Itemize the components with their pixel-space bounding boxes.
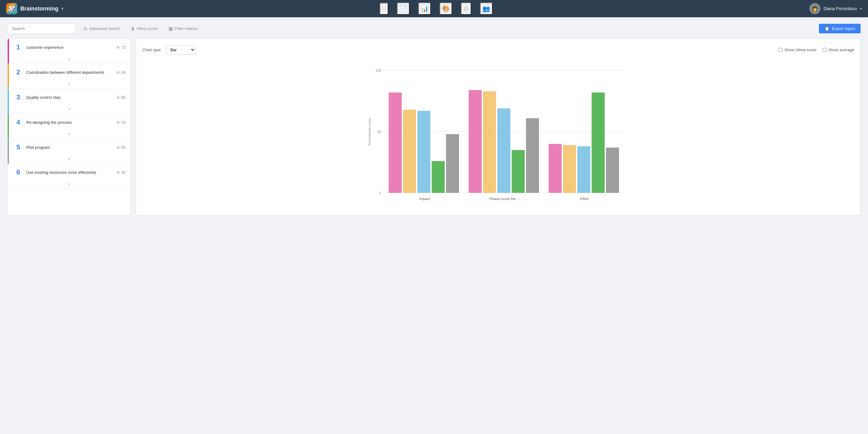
palette-nav-button[interactable]: 🎨 [439, 2, 452, 15]
bar [592, 93, 605, 193]
score-icon: ⊕ [116, 45, 120, 50]
idea-item: 2 Coordination between different departm… [8, 64, 130, 89]
brand-name: Brainstorming [20, 5, 58, 12]
idea-expand-chevron[interactable]: ∨ [8, 130, 130, 138]
chart-options: Show Viima score Show average [778, 48, 854, 52]
avatar: 👩 [809, 3, 820, 14]
chart-container: 050100Normalized scoreImpactPlease score… [142, 61, 854, 209]
brand[interactable]: 🎲 Brainstorming ▾ [6, 3, 63, 14]
idea-expand-chevron[interactable]: ∨ [8, 181, 130, 189]
score-icon: ⊕ [116, 70, 120, 75]
bar [563, 145, 576, 193]
idea-number: 4 [14, 118, 23, 126]
idea-score: ⊕ 50 [116, 145, 126, 150]
chart-header: Chart type Bar Line Radar Show Viima sco… [142, 45, 854, 55]
bar [549, 144, 561, 193]
idea-item: 6 Use existing resources more effectivel… [8, 164, 130, 189]
chart-x-label: Effort [580, 197, 589, 200]
idea-color-bar [8, 164, 9, 189]
idea-color-bar [8, 39, 9, 64]
svg-text:Normalized score: Normalized score [368, 118, 371, 145]
idea-item: 3 Quality control step ⊕ 60 ∨ [8, 89, 130, 114]
bar [417, 111, 430, 193]
score-icon: ⊕ [116, 95, 120, 100]
viima-score-label: Viima score [136, 26, 157, 31]
idea-expand-chevron[interactable]: ∨ [8, 156, 130, 164]
idea-number: 1 [14, 43, 23, 51]
score-icon: ⊕ [116, 145, 120, 150]
bar [577, 146, 590, 193]
idea-title: Quality control step [26, 95, 113, 100]
bar [403, 110, 416, 193]
body-layout: 1 customer experience ⊕ 73 ∨ 2 Coordinat… [7, 39, 861, 215]
idea-item: 5 Pilot program ⊕ 50 ∨ [8, 139, 130, 164]
svg-text:100: 100 [375, 68, 381, 72]
idea-score: ⊕ 40 [116, 170, 126, 175]
idea-number: 2 [14, 68, 23, 76]
export-label: Export report [832, 26, 855, 31]
chart-type-select[interactable]: Bar Line Radar [166, 45, 195, 55]
idea-color-bar [8, 139, 9, 164]
ideas-panel: 1 customer experience ⊕ 73 ∨ 2 Coordinat… [7, 39, 131, 215]
filter-metrics-icon: ▦ [168, 26, 173, 31]
advanced-search-button[interactable]: ⊙ Advanced search [80, 24, 123, 33]
idea-score: ⊕ 53 [116, 120, 126, 125]
bar [432, 161, 444, 193]
idea-expand-chevron[interactable]: ∨ [8, 56, 130, 64]
bar [483, 91, 496, 193]
viima-score-check[interactable] [778, 48, 782, 52]
idea-row[interactable]: 5 Pilot program ⊕ 50 [8, 139, 130, 156]
viima-score-icon: ⧗ [131, 26, 134, 31]
score-icon: ⊕ [116, 120, 120, 125]
idea-row[interactable]: 6 Use existing resources more effectivel… [8, 164, 130, 181]
filter-metrics-button[interactable]: ▦ Filter metrics [165, 24, 200, 33]
search-input[interactable] [7, 24, 75, 34]
idea-title: Pilot program [26, 145, 113, 150]
idea-row[interactable]: 3 Quality control step ⊕ 60 [8, 89, 130, 105]
idea-item: 4 Re-designing the process ⊕ 53 ∨ [8, 114, 130, 139]
nav-icons: ⌂ 📄 📊 🎨 ⚙ 👥 [71, 2, 802, 15]
users-nav-button[interactable]: 👥 [480, 2, 493, 15]
username: Diana Porumboiu [824, 6, 857, 11]
bar [606, 148, 619, 193]
chart-x-label: Please score the ... [489, 197, 520, 200]
bar [389, 93, 402, 193]
advanced-search-label: Advanced search [89, 26, 120, 31]
idea-expand-chevron[interactable]: ∨ [8, 105, 130, 114]
chart-nav-button[interactable]: 📊 [418, 2, 431, 15]
idea-title: Re-designing the process [26, 120, 113, 125]
idea-row[interactable]: 2 Coordination between different departm… [8, 64, 130, 81]
export-report-button[interactable]: 📋 Export report [819, 24, 861, 33]
idea-score: ⊕ 73 [116, 45, 126, 50]
idea-row[interactable]: 1 customer experience ⊕ 73 [8, 39, 130, 56]
file-nav-button[interactable]: 📄 [397, 2, 410, 15]
navbar: 🎲 Brainstorming ▾ ⌂ 📄 📊 🎨 ⚙ 👥 👩 Diana Po… [0, 0, 868, 17]
chart-panel: Chart type Bar Line Radar Show Viima sco… [136, 39, 861, 215]
idea-title: Coordination between different departmen… [26, 70, 113, 75]
brand-chevron-icon: ▾ [61, 6, 63, 11]
settings-nav-button[interactable]: ⚙ [461, 2, 471, 15]
user-chevron-icon: ▾ [860, 6, 862, 11]
filter-metrics-label: Filter metrics [175, 26, 197, 31]
idea-expand-chevron[interactable]: ∨ [8, 81, 130, 89]
idea-title: Use existing resources more effectively. [26, 170, 113, 175]
user-menu[interactable]: 👩 Diana Porumboiu ▾ [809, 3, 862, 14]
viima-score-button[interactable]: ⧗ Viima score [128, 24, 160, 33]
home-nav-button[interactable]: ⌂ [380, 3, 388, 15]
show-viima-score-label: Show Viima score [784, 48, 816, 52]
idea-number: 3 [14, 93, 23, 101]
average-check[interactable] [823, 48, 827, 52]
bar [497, 108, 510, 193]
idea-score: ⊕ 60 [116, 95, 126, 100]
brand-logo: 🎲 [6, 3, 17, 14]
show-average-label: Show average [829, 48, 854, 52]
bar-chart-svg: 050100Normalized scoreImpactPlease score… [142, 61, 854, 209]
idea-color-bar [8, 114, 9, 138]
svg-text:0: 0 [379, 191, 381, 195]
chart-type-label: Chart type [142, 48, 161, 52]
idea-row[interactable]: 4 Re-designing the process ⊕ 53 [8, 114, 130, 130]
show-average-checkbox[interactable]: Show average [823, 48, 854, 52]
toolbar: ⊙ Advanced search ⧗ Viima score ▦ Filter… [7, 24, 861, 34]
idea-color-bar [8, 89, 9, 114]
show-viima-score-checkbox[interactable]: Show Viima score [778, 48, 816, 52]
